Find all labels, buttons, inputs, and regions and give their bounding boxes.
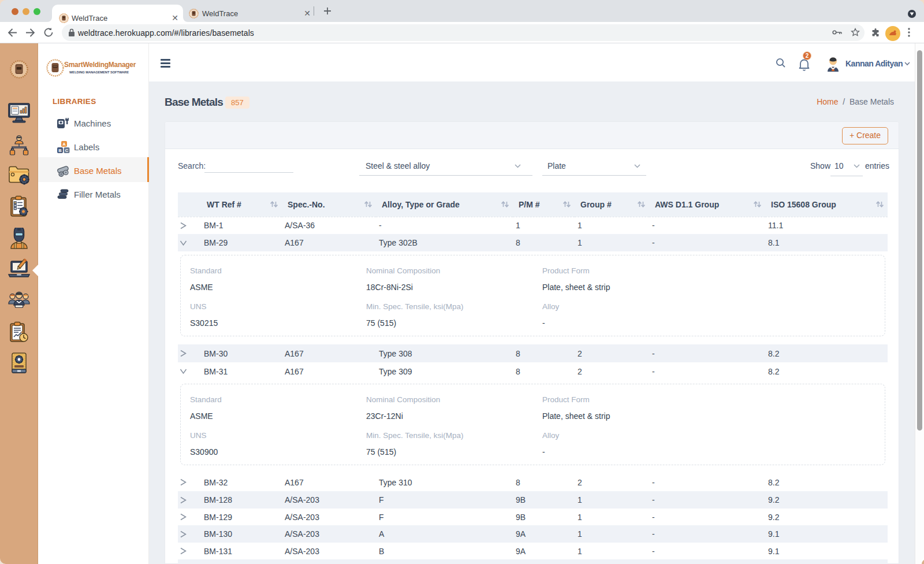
svg-text:B: B — [58, 148, 62, 153]
svg-text:A: A — [62, 142, 66, 147]
svg-text:C: C — [65, 148, 69, 153]
